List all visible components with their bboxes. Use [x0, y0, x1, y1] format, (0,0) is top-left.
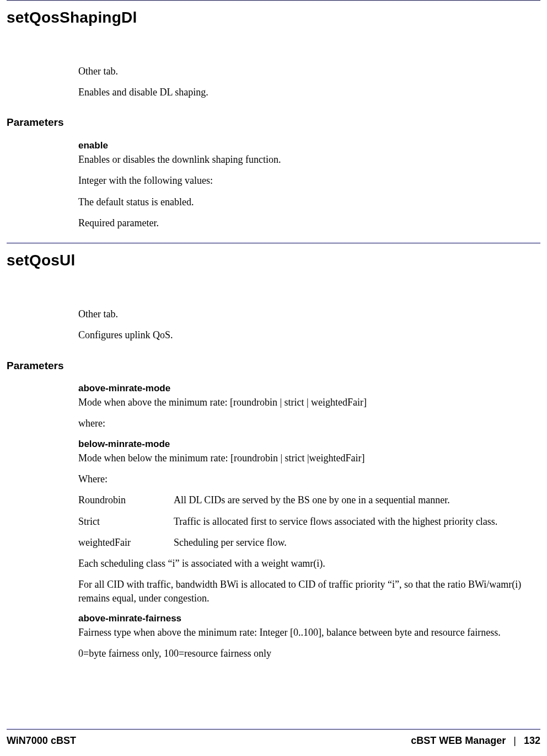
body-text: Other tab. — [78, 65, 532, 78]
body-text: where: — [78, 417, 532, 430]
page: setQosShapingDl Other tab. Enables and d… — [0, 0, 547, 756]
param-name-above-minrate-mode: above-minrate-mode — [78, 382, 532, 395]
param-name-above-minrate-fairness: above-minrate-fairness — [78, 613, 532, 625]
page-footer: WiN7000 cBST cBST WEB Manager | 132 — [7, 729, 540, 747]
footer-page-number: 132 — [524, 734, 540, 747]
heading-setqosul: setQosUl — [0, 246, 547, 281]
section-divider — [7, 0, 540, 1]
definition-text: Scheduling per service flow. — [174, 536, 532, 549]
param-name-enable: enable — [78, 140, 532, 152]
parameters-label: Parameters — [0, 107, 547, 132]
parameters-label: Parameters — [0, 350, 547, 375]
param-desc: Mode when below the minimum rate: [round… — [78, 451, 532, 465]
definition-list: Roundrobin All DL CIDs are served by the… — [78, 493, 532, 549]
body-text: Where: — [78, 472, 532, 486]
param-desc: Fairness type when above the minimum rat… — [78, 626, 532, 639]
body-text: 0=byte fairness only, 100=resource fairn… — [78, 647, 532, 660]
section-divider — [7, 243, 540, 243]
footer-title: cBST WEB Manager — [411, 734, 506, 747]
definition-row: weightedFair Scheduling per service flow… — [78, 536, 532, 549]
definition-term: weightedFair — [78, 536, 169, 549]
footer-divider — [7, 729, 540, 730]
body-text: For all CID with traffic, bandwidth BWi … — [78, 578, 532, 605]
footer-separator: | — [513, 734, 516, 747]
body-text: Configures uplink QoS. — [78, 328, 532, 342]
definition-term: Strict — [78, 515, 169, 528]
body-text: Integer with the following values: — [78, 174, 532, 187]
body-text: The default status is enabled. — [78, 195, 532, 209]
heading-setqosshapingdl: setQosShapingDl — [0, 3, 547, 38]
param-desc: Enables or disables the downlink shaping… — [78, 153, 532, 166]
body-text: Other tab. — [78, 307, 532, 321]
definition-text: All DL CIDs are served by the BS one by … — [174, 493, 532, 507]
body-text: Each scheduling class “i” is associated … — [78, 557, 532, 570]
definition-row: Strict Traffic is allocated first to ser… — [78, 515, 532, 528]
body-text: Enables and disable DL shaping. — [78, 86, 532, 99]
param-desc: Mode when above the minimum rate: [round… — [78, 396, 532, 409]
definition-term: Roundrobin — [78, 493, 169, 507]
param-name-below-minrate-mode: below-minrate-mode — [78, 438, 532, 451]
body-text: Required parameter. — [78, 216, 532, 230]
definition-text: Traffic is allocated first to service fl… — [174, 515, 532, 528]
definition-row: Roundrobin All DL CIDs are served by the… — [78, 493, 532, 507]
footer-left: WiN7000 cBST — [7, 734, 76, 747]
